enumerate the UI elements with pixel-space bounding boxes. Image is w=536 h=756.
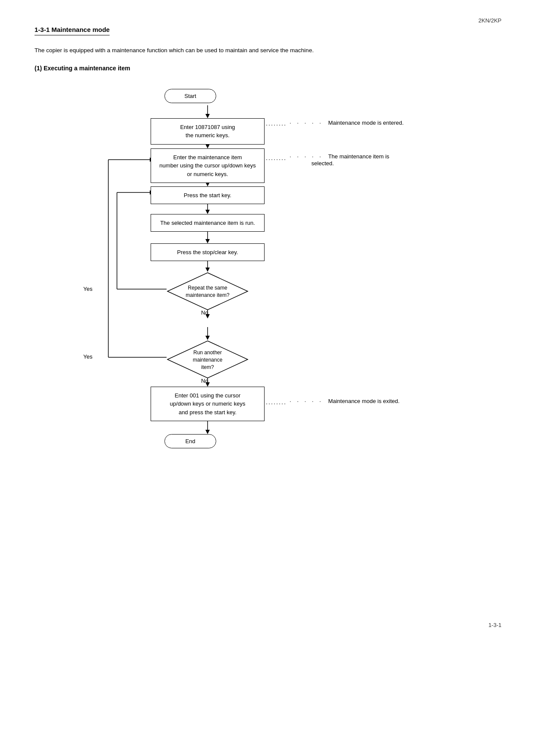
decision2-yes-label: Yes — [83, 353, 92, 360]
step3-text: Press the start key. — [184, 192, 231, 198]
step1-text: Enter 10871087 usingthe numeric keys. — [180, 124, 235, 139]
annot2-dots: · · · · · — [290, 153, 323, 160]
decision1-no-label: No — [201, 309, 208, 316]
step4-process: The selected maintenance item is run. — [151, 214, 265, 232]
section-title: 1-3-1 Maintenance mode — [35, 26, 110, 35]
footer-reference: 1-3-1 — [489, 622, 501, 628]
annot3-text: Maintenance mode is exited. — [328, 398, 399, 404]
annot1-text: Maintenance mode is entered. — [328, 120, 404, 126]
annot3-dots: · · · · · — [290, 398, 323, 404]
decision1-text: Repeat the samemaintenance item? — [186, 285, 229, 298]
step3-process: Press the start key. — [151, 186, 265, 205]
step5-process: Press the stop/clear key. — [151, 243, 265, 261]
step2-process: Enter the maintenance itemnumber using t… — [151, 148, 265, 183]
decision2-text: Run another maintenanceitem? — [193, 350, 223, 370]
decision1: Repeat the samemaintenance item? — [167, 272, 249, 312]
decision2-no-label: No — [201, 377, 208, 384]
annot1-dots: · · · · · — [290, 120, 323, 126]
start-terminal: Start — [164, 89, 216, 103]
step8-text: Enter 001 using the cursorup/down keys o… — [170, 392, 246, 416]
step1-process: Enter 10871087 usingthe numeric keys. — [151, 118, 265, 145]
flowchart-container: Start Enter 10871087 usingthe numeric ke… — [74, 80, 462, 620]
annotation-step1: · · · · · Maintenance mode is entered. — [290, 119, 404, 126]
step8-process: Enter 001 using the cursorup/down keys o… — [151, 387, 265, 422]
header-reference: 2KN/2KP — [479, 17, 501, 24]
step5-text: Press the stop/clear key. — [177, 249, 238, 255]
annotation-step8: · · · · · Maintenance mode is exited. — [290, 397, 400, 404]
step2-text: Enter the maintenance itemnumber using t… — [159, 154, 255, 177]
end-terminal: End — [164, 434, 216, 448]
decision2: Run another maintenanceitem? — [167, 340, 249, 380]
step4-text: The selected maintenance item is run. — [160, 220, 255, 226]
page: 2KN/2KP 1-3-1 Maintenance mode The copie… — [0, 0, 536, 646]
section-description: The copier is equipped with a maintenanc… — [35, 46, 501, 55]
annotation-step2: · · · · · The maintenance item is select… — [290, 153, 389, 167]
subsection-title: (1) Executing a maintenance item — [35, 65, 501, 72]
decision1-yes-label: Yes — [83, 285, 92, 292]
